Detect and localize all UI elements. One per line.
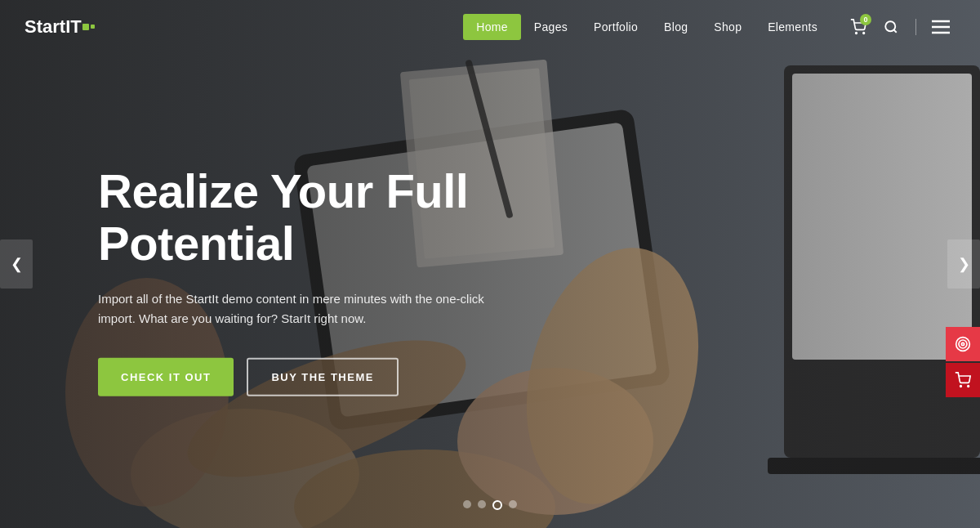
svg-point-17: [863, 32, 865, 34]
slide-dot-3[interactable]: [492, 500, 502, 510]
side-action-icons: [946, 327, 980, 397]
nav-links: Home Pages Portfolio Blog Shop Elements: [463, 14, 831, 40]
check-it-out-button[interactable]: CHECK IT OUT: [98, 357, 234, 396]
navbar: StartIT Home Pages Portfolio Blog Shop E…: [0, 0, 980, 53]
hamburger-icon: [932, 20, 950, 34]
nav-item-portfolio: Portfolio: [581, 14, 651, 40]
slider-next-button[interactable]: ❯: [947, 239, 980, 289]
search-icon: [884, 20, 898, 34]
logo-text-it: IT: [65, 16, 82, 38]
buy-theme-button[interactable]: BUY THE THEME: [247, 357, 398, 396]
hero-section: StartIT Home Pages Portfolio Blog Shop E…: [0, 0, 980, 528]
arrow-right-icon: ❯: [958, 255, 970, 273]
slide-dot-2[interactable]: [478, 500, 486, 508]
nav-link-home[interactable]: Home: [463, 14, 521, 40]
nav-item-elements: Elements: [755, 14, 831, 40]
svg-point-16: [856, 32, 858, 34]
hero-subtitle: Import all of the StartIt demo content i…: [98, 289, 523, 328]
logo-text-start: Start: [24, 16, 65, 38]
hero-buttons: CHECK IT OUT BUY THE THEME: [98, 357, 523, 396]
side-target-icon-button[interactable]: [946, 327, 980, 361]
nav-icons: 0: [844, 12, 956, 42]
hero-title-line2: Potential: [98, 217, 294, 270]
svg-point-24: [959, 340, 967, 348]
nav-item-shop: Shop: [701, 14, 755, 40]
cart-icon-button[interactable]: 0: [844, 12, 873, 42]
site-logo[interactable]: StartIT: [24, 16, 95, 38]
side-cart-icon: [955, 372, 971, 388]
slide-dot-4[interactable]: [509, 500, 517, 508]
arrow-left-icon: ❮: [11, 255, 23, 273]
svg-point-23: [956, 338, 970, 351]
svg-point-26: [960, 386, 962, 387]
nav-item-pages: Pages: [521, 14, 581, 40]
nav-link-portfolio[interactable]: Portfolio: [581, 14, 651, 40]
side-cart-icon-button[interactable]: [946, 363, 980, 397]
hero-content: Realize Your Full Potential Import all o…: [98, 165, 523, 396]
search-icon-button[interactable]: [876, 12, 906, 42]
hero-title-line1: Realize Your Full: [98, 164, 468, 217]
nav-link-pages[interactable]: Pages: [521, 14, 581, 40]
nav-item-home: Home: [463, 14, 521, 40]
slide-dot-1[interactable]: [463, 500, 471, 508]
svg-point-27: [968, 386, 969, 387]
slider-prev-button[interactable]: ❮: [0, 239, 33, 289]
svg-line-19: [893, 29, 896, 32]
logo-dot-2: [91, 25, 95, 29]
nav-item-blog: Blog: [651, 14, 701, 40]
nav-link-blog[interactable]: Blog: [651, 14, 701, 40]
cart-badge: 0: [860, 14, 871, 25]
nav-divider: [915, 19, 916, 35]
target-icon: [955, 336, 971, 352]
hamburger-menu-button[interactable]: [926, 12, 956, 42]
nav-link-shop[interactable]: Shop: [701, 14, 755, 40]
svg-point-25: [961, 342, 964, 345]
logo-dot-1: [82, 24, 89, 30]
hero-title: Realize Your Full Potential: [98, 165, 523, 270]
svg-point-18: [885, 21, 895, 31]
slider-dots: [463, 500, 517, 510]
nav-link-elements[interactable]: Elements: [755, 14, 831, 40]
